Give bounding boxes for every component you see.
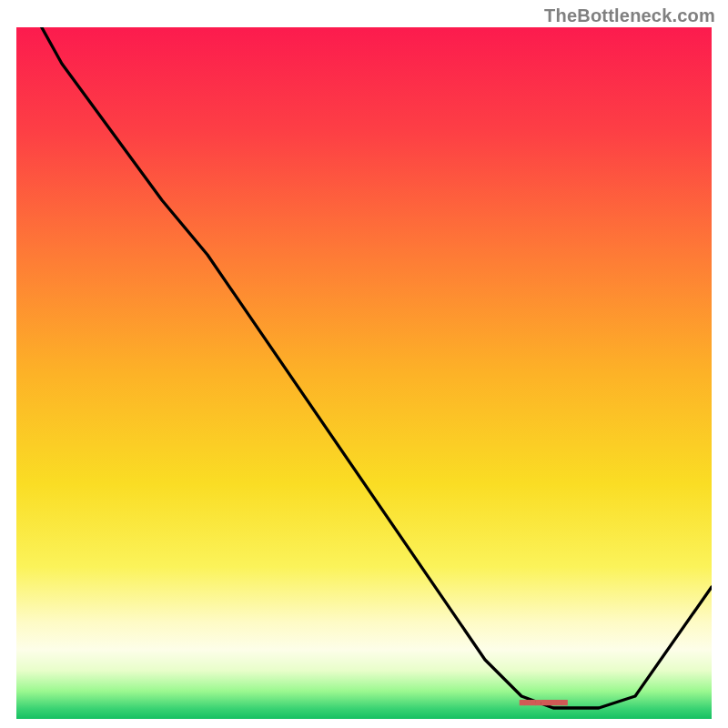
chart-area: ■■■■■■■■■ xyxy=(16,27,712,719)
attribution-text: TheBottleneck.com xyxy=(544,5,715,26)
highlight-label: ■■■■■■■■■ xyxy=(519,695,567,709)
line-curve xyxy=(16,27,712,719)
